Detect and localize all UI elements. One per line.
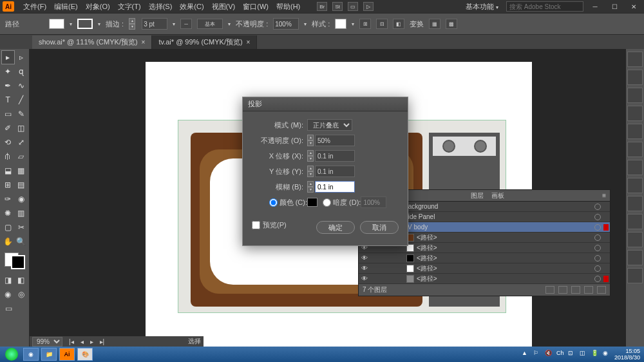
eyedropper-tool-icon[interactable]: ✑: [1, 192, 15, 206]
visibility-icon[interactable]: 👁: [360, 265, 369, 272]
arrange-icon[interactable]: ▭: [348, 2, 358, 11]
document-tab-1[interactable]: show.ai* @ 111% (CMYK/预览)×: [32, 35, 152, 49]
artboards-panel-icon[interactable]: [627, 268, 643, 283]
bridge-icon[interactable]: Br: [317, 2, 327, 11]
locate-icon[interactable]: [545, 286, 554, 294]
zoom-select[interactable]: 99%: [32, 337, 62, 347]
screen-mode-icon[interactable]: ▭: [1, 301, 15, 316]
close-icon[interactable]: ×: [247, 39, 251, 46]
close-button[interactable]: ✕: [626, 1, 641, 12]
type-tool-icon[interactable]: T: [1, 93, 15, 107]
brush-def-button[interactable]: 基本: [197, 19, 223, 29]
transparency-panel-icon[interactable]: [627, 178, 643, 193]
graphic-styles-panel-icon[interactable]: [627, 214, 643, 229]
menu-effect[interactable]: 效果(C): [176, 2, 207, 12]
scale-tool-icon[interactable]: ⤢: [15, 135, 28, 149]
brushes-panel-icon[interactable]: [627, 106, 643, 121]
maximize-button[interactable]: ☐: [607, 1, 622, 12]
menu-type[interactable]: 文字(T): [114, 2, 145, 12]
transform-link[interactable]: 变换: [410, 19, 424, 29]
hand-tool-icon[interactable]: ✋: [1, 234, 15, 249]
menu-object[interactable]: 对象(O): [82, 2, 114, 12]
visibility-icon[interactable]: 👁: [360, 275, 369, 282]
taskbar-clock[interactable]: 15:052018/8/30: [614, 348, 640, 361]
menu-window[interactable]: 窗口(W): [239, 2, 272, 12]
isolate-icon[interactable]: ▦: [429, 19, 440, 29]
minimize-button[interactable]: ─: [587, 1, 603, 12]
rectangle-tool-icon[interactable]: ▭: [1, 107, 15, 121]
spinner-icon[interactable]: ▴▾: [307, 135, 314, 146]
gradient-panel-icon[interactable]: [627, 160, 643, 175]
swatches-panel-icon[interactable]: [627, 88, 643, 103]
pen-tool-icon[interactable]: ✒: [1, 79, 15, 93]
taskbar-illustrator[interactable]: Ai: [59, 348, 75, 361]
symbols-panel-icon[interactable]: [627, 124, 643, 139]
artboard-tool-icon[interactable]: ▢: [1, 220, 15, 234]
color-mode-icon[interactable]: ◨: [1, 273, 15, 287]
draw-mode-icon[interactable]: ◉: [1, 287, 15, 301]
slice-tool-icon[interactable]: ✂: [15, 220, 28, 234]
workspace-switcher[interactable]: 基本功能 ▾: [462, 2, 502, 12]
properties-panel-icon[interactable]: [627, 52, 643, 67]
curvature-tool-icon[interactable]: ∿: [15, 79, 28, 93]
paintbrush-tool-icon[interactable]: ✎: [15, 107, 28, 121]
appearance-panel-icon[interactable]: [627, 196, 643, 211]
cancel-button[interactable]: 取消: [360, 221, 399, 234]
menu-help[interactable]: 帮助(H): [272, 2, 304, 12]
make-clip-icon[interactable]: [558, 286, 567, 294]
magic-wand-tool-icon[interactable]: ✦: [1, 64, 15, 79]
new-layer-icon[interactable]: [584, 286, 593, 294]
taskbar-explorer[interactable]: 📁: [41, 348, 57, 361]
lasso-tool-icon[interactable]: ɋ: [15, 64, 28, 79]
fill-stroke-control[interactable]: [5, 252, 25, 269]
stroke-weight-input[interactable]: [142, 18, 167, 30]
selection-tool-icon[interactable]: ▸: [1, 50, 15, 64]
shape-icon[interactable]: ◧: [393, 19, 404, 29]
line-tool-icon[interactable]: ╱: [15, 93, 28, 107]
layers-panel-icon[interactable]: [627, 232, 643, 247]
fill-swatch[interactable]: [49, 19, 64, 29]
align-icon-2[interactable]: ⊟: [376, 19, 388, 29]
preview-checkbox[interactable]: [252, 221, 260, 229]
layer-row[interactable]: 👁<路径>: [359, 274, 610, 284]
menu-edit[interactable]: 编辑(E): [50, 2, 82, 12]
gpu-icon[interactable]: ▷: [363, 2, 374, 11]
zoom-tool-icon[interactable]: 🔍: [15, 234, 28, 249]
shape-builder-tool-icon[interactable]: ⬓: [1, 164, 15, 178]
taskbar-app-1[interactable]: ◉: [23, 348, 39, 361]
rotate-tool-icon[interactable]: ⟲: [1, 135, 15, 149]
artboards-tab[interactable]: 画板: [488, 191, 508, 200]
menu-file[interactable]: 文件(F): [19, 2, 50, 12]
tray-icon[interactable]: ◉: [603, 350, 612, 359]
darkness-radio[interactable]: [323, 198, 331, 207]
start-button[interactable]: [1, 347, 22, 361]
gradient-mode-icon[interactable]: ◧: [15, 273, 28, 287]
ok-button[interactable]: 确定: [316, 221, 355, 234]
layer-row[interactable]: 👁<路径>: [359, 263, 610, 274]
stock-icon[interactable]: St: [332, 2, 343, 11]
color-panel-icon[interactable]: [627, 70, 643, 85]
ime-icon[interactable]: Ch: [556, 350, 565, 359]
shadow-color-swatch[interactable]: [307, 198, 317, 207]
gradient-tool-icon[interactable]: ▤: [15, 178, 28, 192]
menu-view[interactable]: 视图(V): [208, 2, 240, 12]
nav-last-icon[interactable]: ▸|: [100, 338, 105, 345]
draw-behind-icon[interactable]: ◎: [15, 287, 28, 301]
layers-tab[interactable]: 图层: [467, 191, 488, 200]
nav-prev-icon[interactable]: ◂: [80, 338, 84, 345]
width-tool-icon[interactable]: ⫛: [1, 149, 15, 164]
variable-width-icon[interactable]: ─: [180, 19, 192, 29]
close-icon[interactable]: ×: [142, 39, 146, 46]
taskbar-paint[interactable]: 🎨: [77, 348, 93, 361]
tray-icon[interactable]: 🔋: [591, 350, 600, 359]
align-icon[interactable]: ⊞: [359, 19, 371, 29]
spinner-icon[interactable]: ▴▾: [307, 166, 314, 177]
tray-icon[interactable]: ◫: [580, 350, 589, 359]
eraser-tool-icon[interactable]: ◫: [15, 121, 28, 135]
spinner-icon[interactable]: ▴▾: [307, 181, 314, 193]
y-offset-input[interactable]: [315, 166, 355, 177]
network-icon[interactable]: 🔇: [545, 350, 554, 359]
perspective-tool-icon[interactable]: ▦: [15, 164, 28, 178]
visibility-icon[interactable]: 👁: [360, 254, 369, 262]
blur-input[interactable]: [315, 181, 355, 193]
